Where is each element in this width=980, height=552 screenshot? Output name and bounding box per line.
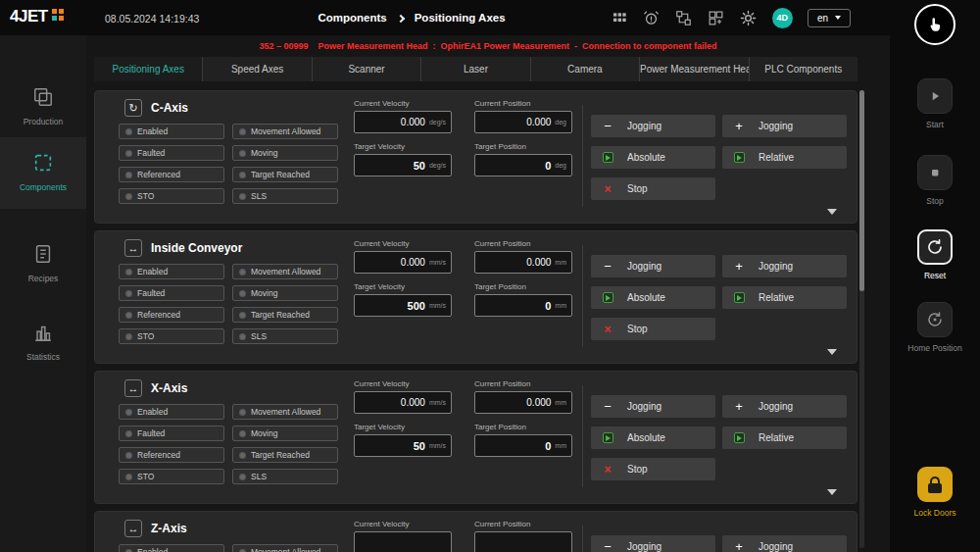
datetime-display: 08.05.2024 14:19:43 xyxy=(105,13,199,25)
relative-move-button[interactable]: Relative xyxy=(722,427,847,449)
breadcrumb-section[interactable]: Components xyxy=(318,12,386,24)
status-grid: Enabled Movement Allowed Faulted Moving … xyxy=(119,544,338,552)
stop-axis-button[interactable]: × Stop xyxy=(591,177,715,200)
target-position-label: Target Position xyxy=(474,282,572,291)
stop-axis-button[interactable]: × Stop xyxy=(591,458,715,480)
status-indicator-moving: Moving xyxy=(232,145,338,161)
axis-header: ↔ Inside Conveyor xyxy=(124,239,242,257)
sidebar-item-components[interactable]: Components xyxy=(0,137,86,209)
plus-icon: + xyxy=(732,119,746,133)
app-window: 4JET 08.05.2024 14:19:43 Components Posi… xyxy=(0,0,980,552)
scrollbar-track[interactable] xyxy=(859,90,864,548)
user-badge[interactable]: 4D xyxy=(772,8,793,28)
jog-plus-button[interactable]: + Jogging xyxy=(722,535,847,552)
current-velocity-input[interactable]: 0.000 mm/s xyxy=(354,391,452,414)
reset-icon xyxy=(926,238,944,256)
app-logo: 4JET xyxy=(10,7,64,26)
jog-minus-button[interactable]: − Jogging xyxy=(591,395,715,418)
jog-plus-button[interactable]: + Jogging xyxy=(722,115,847,137)
breadcrumb: Components Positioning Axes xyxy=(274,0,549,35)
jog-plus-button[interactable]: + Jogging xyxy=(722,255,847,277)
status-led-icon xyxy=(125,172,132,178)
target-position-value: 0 xyxy=(545,160,551,172)
tab-positioning-axes[interactable]: Positioning Axes xyxy=(94,57,202,81)
target-velocity-input[interactable]: 500 mm/s xyxy=(354,294,452,317)
hand-icon xyxy=(925,15,945,34)
current-position-label: Current Position xyxy=(474,99,572,108)
velocity-unit: deg/s xyxy=(429,119,446,125)
axis-motion-icon: ↻ xyxy=(124,99,142,117)
home-position-button[interactable] xyxy=(917,302,953,337)
jog-plus-button[interactable]: + Jogging xyxy=(722,395,847,418)
absolute-move-button[interactable]: Absolute xyxy=(591,286,715,309)
reset-control: Reset xyxy=(890,229,980,280)
relative-move-button[interactable]: Relative xyxy=(722,146,847,169)
sidebar-item-production[interactable]: Production xyxy=(0,86,86,126)
current-position-input[interactable] xyxy=(474,531,572,552)
manual-mode-button[interactable] xyxy=(914,4,956,45)
stop-axis-button[interactable]: × Stop xyxy=(591,318,715,340)
expand-chevron-icon[interactable] xyxy=(827,349,837,355)
current-position-input[interactable]: 0.000 mm xyxy=(474,391,572,414)
relative-move-button[interactable]: Relative xyxy=(722,286,847,309)
workflow-icon[interactable] xyxy=(675,9,693,26)
reset-button[interactable] xyxy=(917,229,953,265)
alarm-icon[interactable] xyxy=(643,9,661,26)
target-position-input[interactable]: 0 mm xyxy=(474,434,572,457)
current-velocity-input[interactable]: 0.000 mm/s xyxy=(354,251,452,274)
status-led-icon xyxy=(239,172,246,178)
axis-card: ↻ C-Axis Enabled Movement Allowed Faulte… xyxy=(94,90,858,224)
green-play-icon xyxy=(734,292,745,303)
tab-laser[interactable]: Laser xyxy=(420,57,529,81)
status-label: STO xyxy=(137,191,154,201)
scrollbar-thumb[interactable] xyxy=(859,90,864,291)
absolute-move-button[interactable]: Absolute xyxy=(591,146,715,169)
target-position-input[interactable]: 0 mm xyxy=(474,294,572,317)
jog-minus-button[interactable]: − Jogging xyxy=(591,535,715,552)
relative-label: Relative xyxy=(759,432,794,443)
absolute-label: Absolute xyxy=(627,152,665,163)
recipes-icon xyxy=(32,243,54,265)
expand-chevron-icon[interactable] xyxy=(827,209,837,215)
axis-motion-icon: ↔ xyxy=(124,379,142,397)
tab-camera[interactable]: Camera xyxy=(530,57,639,81)
tab-scanner[interactable]: Scanner xyxy=(312,57,420,81)
status-led-icon xyxy=(125,193,132,200)
axis-controls: − Jogging + Jogging Absolute xyxy=(591,115,847,200)
apps-grid-icon[interactable] xyxy=(611,9,628,26)
status-label: Enabled xyxy=(137,126,168,136)
settings-gear-icon[interactable] xyxy=(740,9,758,26)
status-label: Enabled xyxy=(137,267,168,276)
status-indicator-movement-allowed: Movement Allowed xyxy=(232,544,338,552)
current-velocity-input[interactable]: 0.000 deg/s xyxy=(354,111,452,133)
target-position-input[interactable]: 0 deg xyxy=(474,154,572,176)
target-velocity-input[interactable]: 50 deg/s xyxy=(354,154,452,176)
status-label: Referenced xyxy=(137,310,180,320)
sidebar-item-recipes[interactable]: Recipes xyxy=(0,243,86,283)
status-label: SLS xyxy=(251,331,267,341)
language-select[interactable]: en xyxy=(808,9,851,27)
jog-minus-button[interactable]: − Jogging xyxy=(591,115,715,137)
current-position-input[interactable]: 0.000 deg xyxy=(474,111,572,133)
top-bar: 4JET 08.05.2024 14:19:43 Components Posi… xyxy=(0,0,980,35)
expand-chevron-icon[interactable] xyxy=(827,489,837,495)
modules-icon[interactable] xyxy=(708,9,725,26)
current-velocity-input[interactable] xyxy=(354,531,452,552)
absolute-move-button[interactable]: Absolute xyxy=(591,427,715,449)
current-position-label: Current Position xyxy=(474,379,572,388)
jog-minus-button[interactable]: − Jogging xyxy=(591,255,715,277)
position-unit: deg xyxy=(555,119,566,125)
lock-doors-button[interactable] xyxy=(917,467,953,502)
target-velocity-label: Target Velocity xyxy=(354,282,452,291)
plus-icon: + xyxy=(732,539,746,552)
plus-icon: + xyxy=(732,399,746,414)
sidebar-item-statistics[interactable]: Statistics xyxy=(0,322,86,362)
tab-speed-axes[interactable]: Speed Axes xyxy=(202,57,311,81)
current-position-input[interactable]: 0.000 mm xyxy=(474,251,572,274)
target-velocity-input[interactable]: 50 mm/s xyxy=(354,434,452,457)
tab-plc-components[interactable]: PLC Components xyxy=(749,57,858,81)
stop-button[interactable] xyxy=(917,155,953,190)
sidebar-item-label: Recipes xyxy=(0,274,86,283)
tab-power-measurement-head[interactable]: Power Measurement Head xyxy=(639,57,748,81)
start-button[interactable] xyxy=(917,78,953,114)
